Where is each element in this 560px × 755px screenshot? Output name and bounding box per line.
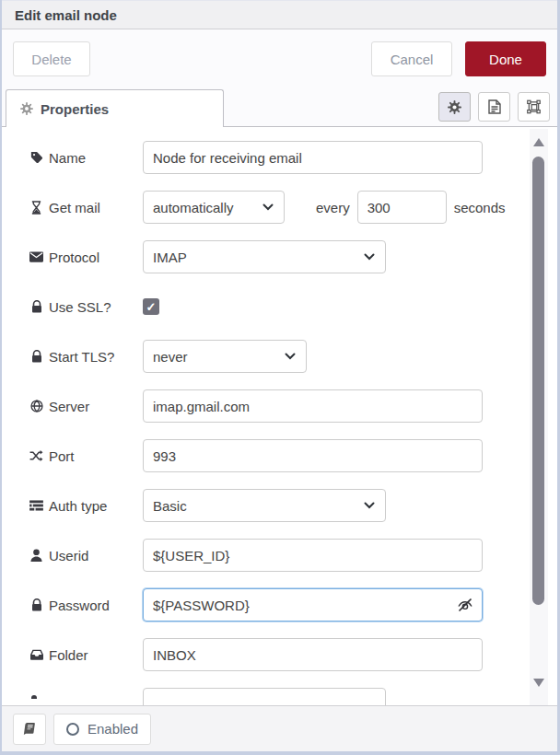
dialog-footer: Enabled xyxy=(2,705,557,751)
done-button[interactable]: Done xyxy=(465,41,546,76)
envelope-icon xyxy=(29,250,43,264)
clipped-row-icon xyxy=(29,691,37,699)
action-bar: Delete Cancel Done xyxy=(2,29,557,88)
get-mail-value: automatically xyxy=(153,200,261,215)
circle-icon xyxy=(66,723,79,736)
start-tls-label: Start TLS? xyxy=(49,349,114,365)
userid-input[interactable] xyxy=(143,539,483,572)
tab-properties-label: Properties xyxy=(41,101,109,117)
hourglass-icon xyxy=(29,201,43,215)
docs-button[interactable] xyxy=(13,714,46,745)
form-row-get-mail: Get mail automatically every seconds xyxy=(29,191,557,224)
userid-label: Userid xyxy=(49,548,88,563)
form-row-server: Server xyxy=(29,389,557,423)
clipped-input[interactable] xyxy=(143,688,386,705)
frame-icon xyxy=(527,100,541,114)
protocol-label: Protocol xyxy=(49,250,99,265)
shuffle-icon xyxy=(29,449,43,463)
start-tls-select[interactable]: never xyxy=(143,340,307,373)
properties-tool-button[interactable] xyxy=(438,92,471,122)
chevron-down-icon xyxy=(362,250,376,264)
form-row-name: Name xyxy=(29,141,557,174)
form-row-folder: Folder xyxy=(29,638,557,671)
dialog-header: Edit email node xyxy=(2,1,557,29)
globe-icon xyxy=(29,400,43,413)
name-label: Name xyxy=(49,150,86,166)
auth-type-label: Auth type xyxy=(49,498,107,514)
name-input[interactable] xyxy=(143,141,483,174)
tab-properties[interactable]: Properties xyxy=(6,89,224,127)
auth-type-select[interactable]: Basic xyxy=(143,489,386,522)
cancel-button[interactable]: Cancel xyxy=(371,41,452,76)
chevron-down-icon xyxy=(261,201,274,215)
tab-bar: Properties xyxy=(2,88,557,127)
use-ssl-label: Use SSL? xyxy=(49,299,111,315)
password-input[interactable] xyxy=(143,588,483,621)
inbox-icon xyxy=(29,648,43,662)
tasks-icon xyxy=(29,499,43,513)
server-label: Server xyxy=(49,399,89,414)
form-row-port: Port xyxy=(29,439,557,472)
protocol-select[interactable]: IMAP xyxy=(143,240,386,273)
gear-icon xyxy=(448,100,461,114)
form-row-start-tls: Start TLS? never xyxy=(29,340,557,373)
enabled-label: Enabled xyxy=(88,721,138,737)
book-icon xyxy=(23,722,37,736)
scroll-down-icon[interactable] xyxy=(533,679,544,687)
lock-icon xyxy=(29,598,43,612)
get-mail-select[interactable]: automatically xyxy=(143,191,285,224)
form-row-password: Password xyxy=(29,588,557,621)
form-row-use-ssl: Use SSL? ✓ xyxy=(29,290,557,323)
password-field xyxy=(143,588,483,621)
use-ssl-checkbox[interactable]: ✓ xyxy=(143,298,159,315)
port-label: Port xyxy=(49,448,75,464)
scrollbar[interactable] xyxy=(530,129,548,705)
tag-icon xyxy=(29,151,43,165)
seconds-label: seconds xyxy=(454,200,506,215)
file-text-icon xyxy=(487,100,501,114)
lock-icon xyxy=(29,300,43,314)
folder-input[interactable] xyxy=(143,638,483,671)
scroll-up-icon[interactable] xyxy=(533,138,544,146)
port-input[interactable] xyxy=(143,439,483,472)
chevron-down-icon xyxy=(283,350,297,364)
edit-email-node-dialog: Edit email node Delete Cancel Done Prope… xyxy=(2,0,557,751)
form-row-clipped xyxy=(143,688,386,705)
form-row-auth-type: Auth type Basic xyxy=(29,489,557,522)
protocol-value: IMAP xyxy=(153,250,362,265)
auth-type-value: Basic xyxy=(153,498,362,514)
properties-form: Name Get mail automatically every second… xyxy=(2,127,557,705)
scrollbar-thumb[interactable] xyxy=(532,157,544,605)
user-icon xyxy=(29,549,43,563)
eye-slash-icon[interactable] xyxy=(456,597,474,613)
form-row-userid: Userid xyxy=(29,539,557,572)
appearance-tool-button[interactable] xyxy=(518,92,550,122)
folder-label: Folder xyxy=(49,647,88,663)
description-tool-button[interactable] xyxy=(478,92,510,122)
every-label: every xyxy=(316,200,350,215)
tab-toolbar xyxy=(438,92,550,122)
start-tls-value: never xyxy=(153,349,283,365)
enabled-toggle-button[interactable]: Enabled xyxy=(53,714,151,745)
password-label: Password xyxy=(49,598,110,613)
chevron-down-icon xyxy=(362,499,376,513)
gear-icon xyxy=(19,102,33,116)
page-title: Edit email node xyxy=(15,7,117,23)
lock-icon xyxy=(29,350,43,364)
server-input[interactable] xyxy=(143,389,483,423)
interval-input[interactable] xyxy=(357,191,447,224)
checkmark-icon: ✓ xyxy=(146,300,157,314)
delete-button[interactable]: Delete xyxy=(13,41,90,76)
get-mail-label: Get mail xyxy=(49,200,100,215)
form-row-protocol: Protocol IMAP xyxy=(29,240,557,273)
